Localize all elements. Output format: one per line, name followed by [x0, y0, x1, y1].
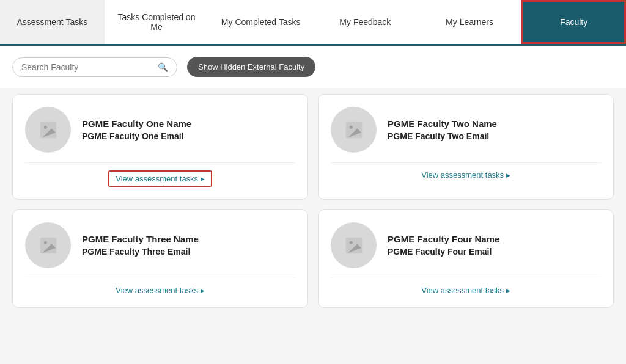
- image-icon: [39, 120, 58, 140]
- svg-rect-4: [40, 237, 56, 253]
- view-assessment-tasks-link[interactable]: View assessment tasks ▸: [116, 286, 204, 295]
- svg-point-7: [349, 241, 352, 244]
- avatar: [331, 107, 377, 153]
- card-footer: View assessment tasks ▸: [331, 162, 601, 180]
- card-footer: View assessment tasks ▸: [25, 278, 295, 295]
- view-assessment-tasks-link[interactable]: View assessment tasks ▸: [421, 286, 510, 295]
- search-faculty-box[interactable]: 🔍: [12, 57, 177, 77]
- faculty-grid: PGME Faculty One Name PGME Faculty One E…: [0, 88, 626, 320]
- avatar: [25, 107, 71, 153]
- card-top: PGME Faculty Three Name PGME Faculty Thr…: [25, 222, 295, 268]
- main-navigation: Assessment TasksTasks Completed on MeMy …: [0, 0, 626, 46]
- faculty-name: PGME Faculty Three Name: [82, 234, 199, 244]
- faculty-email: PGME Faculty Three Email: [82, 247, 199, 257]
- view-assessment-tasks-link[interactable]: View assessment tasks ▸: [421, 170, 510, 180]
- nav-item-assessment-tasks[interactable]: Assessment Tasks: [0, 0, 105, 44]
- show-hidden-faculty-button[interactable]: Show Hidden External Faculty: [187, 57, 315, 77]
- faculty-info: PGME Faculty Two Name PGME Faculty Two E…: [388, 118, 497, 141]
- nav-item-tasks-completed-on-me[interactable]: Tasks Completed on Me: [105, 0, 209, 44]
- svg-point-3: [349, 125, 352, 128]
- faculty-card-faculty-2: PGME Faculty Two Name PGME Faculty Two E…: [318, 94, 614, 200]
- image-icon: [344, 120, 364, 140]
- svg-rect-2: [345, 122, 362, 138]
- image-icon: [39, 236, 58, 255]
- faculty-email: PGME Faculty Two Email: [388, 131, 497, 141]
- svg-point-1: [43, 125, 46, 128]
- faculty-name: PGME Faculty Two Name: [388, 118, 497, 129]
- faculty-name: PGME Faculty Four Name: [388, 234, 499, 244]
- avatar: [25, 222, 71, 268]
- view-assessment-tasks-link[interactable]: View assessment tasks ▸: [108, 170, 212, 187]
- faculty-card-faculty-4: PGME Faculty Four Name PGME Faculty Four…: [318, 209, 614, 308]
- card-top: PGME Faculty Two Name PGME Faculty Two E…: [331, 107, 601, 153]
- svg-point-5: [43, 241, 46, 244]
- faculty-name: PGME Faculty One Name: [82, 118, 191, 129]
- card-footer: View assessment tasks ▸: [25, 162, 295, 187]
- card-top: PGME Faculty Four Name PGME Faculty Four…: [331, 222, 601, 268]
- search-icon: 🔍: [158, 62, 168, 72]
- card-footer: View assessment tasks ▸: [331, 278, 601, 295]
- faculty-toolbar: 🔍 Show Hidden External Faculty: [0, 46, 626, 88]
- avatar: [331, 222, 377, 268]
- faculty-info: PGME Faculty Four Name PGME Faculty Four…: [388, 234, 499, 257]
- nav-item-my-feedback[interactable]: My Feedback: [313, 0, 418, 44]
- svg-rect-0: [40, 122, 56, 138]
- faculty-info: PGME Faculty Three Name PGME Faculty Thr…: [82, 234, 199, 257]
- faculty-card-faculty-3: PGME Faculty Three Name PGME Faculty Thr…: [12, 209, 308, 308]
- faculty-card-faculty-1: PGME Faculty One Name PGME Faculty One E…: [12, 94, 308, 200]
- faculty-email: PGME Faculty Four Email: [388, 247, 499, 257]
- nav-item-faculty[interactable]: Faculty: [521, 0, 626, 44]
- svg-rect-6: [345, 237, 362, 253]
- faculty-email: PGME Faculty One Email: [82, 131, 191, 141]
- search-faculty-input[interactable]: [21, 62, 154, 72]
- nav-item-my-completed-tasks[interactable]: My Completed Tasks: [208, 0, 313, 44]
- image-icon: [344, 236, 364, 255]
- faculty-info: PGME Faculty One Name PGME Faculty One E…: [82, 118, 191, 141]
- nav-item-my-learners[interactable]: My Learners: [418, 0, 522, 44]
- card-top: PGME Faculty One Name PGME Faculty One E…: [25, 107, 295, 153]
